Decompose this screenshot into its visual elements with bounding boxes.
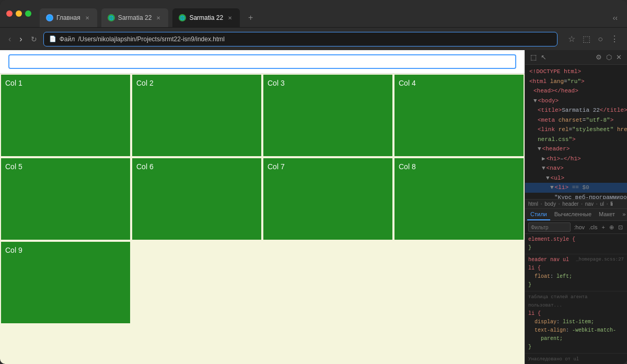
devtools-cursor-icon[interactable]: ↖: [540, 52, 548, 62]
cell-label: Col 4: [399, 79, 416, 87]
toggle-style-btn[interactable]: ⊕: [608, 223, 615, 232]
code-line-active[interactable]: ▼<li> == $0: [525, 183, 627, 193]
style-value: list-item;: [563, 319, 594, 325]
code-line[interactable]: ▶<h1>–</h1>: [525, 154, 627, 164]
titlebar: 🌐 Главная ✕ 🌐 Sarmatia 22 ✕ 🌐 Sarmatia 2…: [0, 0, 627, 27]
grid-cell-col7: Col 7: [262, 157, 393, 241]
url-bar[interactable]: 📄 Файл /Users/nikolajlapshin/Projects/sr…: [43, 32, 558, 46]
code-line[interactable]: <html lang="ru">: [525, 77, 627, 87]
extensions-icon[interactable]: ⬚: [580, 32, 593, 46]
back-button[interactable]: ‹: [6, 32, 13, 46]
pseudo-cls-btn[interactable]: .cls: [588, 223, 599, 231]
style-source: _homepage.scss:27: [576, 256, 624, 263]
cell-label: Col 8: [399, 162, 416, 171]
breadcrumb-ul[interactable]: ul: [600, 201, 604, 207]
tab-sarmatia2[interactable]: 🌐 Sarmatia 22 ✕: [172, 8, 240, 27]
tab-close-button[interactable]: ✕: [84, 14, 91, 21]
cell-label: Col 3: [268, 79, 285, 87]
breadcrumb-header[interactable]: header: [562, 201, 578, 207]
tab-layout[interactable]: Макет: [596, 209, 618, 220]
add-style-btn[interactable]: +: [601, 223, 606, 231]
cell-label: Col 1: [5, 79, 22, 87]
bookmark-icon[interactable]: ☆: [566, 32, 577, 46]
grid-cell-col6: Col 6: [131, 157, 262, 241]
devtools-close-icon[interactable]: ✕: [615, 52, 623, 62]
style-selector: li {: [528, 311, 541, 316]
tab-label: Sarmatia 22: [118, 14, 152, 21]
breadcrumb-html[interactable]: html: [528, 201, 538, 207]
tab-favicon: 🌐: [108, 14, 115, 21]
close-button[interactable]: [6, 10, 13, 17]
code-line[interactable]: <title>Sarmatia 22</title>: [525, 105, 627, 115]
code-line[interactable]: ▼<body>: [525, 96, 627, 106]
breadcrumb-body[interactable]: body: [544, 201, 556, 207]
grid-container: Col 1 Col 2 Col 3 Col 4 Col 5 Col 6 Col …: [0, 74, 525, 324]
devtools-html-tree: <!DOCTYPE html> <html lang="ru"> <head><…: [525, 65, 627, 199]
style-rule-agent: таблица стилей агента пользоват... li { …: [525, 291, 627, 354]
tab-sarmatia1[interactable]: 🌐 Sarmatia 22 ✕: [101, 8, 169, 27]
browser-window: 🌐 Главная ✕ 🌐 Sarmatia 22 ✕ 🌐 Sarmatia 2…: [0, 0, 627, 364]
tab-more[interactable]: »: [619, 209, 627, 220]
style-rule-element: element.style { }: [525, 234, 627, 254]
reload-button[interactable]: ↻: [29, 33, 39, 45]
devtools-dock-icon[interactable]: ⬡: [605, 52, 613, 62]
code-line: neral.css">: [525, 135, 627, 145]
url-prefix: Файл: [60, 36, 75, 43]
tab-favicon: 🌐: [46, 14, 53, 21]
code-line[interactable]: ▼<ul>: [525, 173, 627, 183]
breadcrumb-nav[interactable]: nav: [585, 201, 594, 207]
search-input[interactable]: [8, 54, 516, 69]
inherited-label: Унаследовано от ul: [528, 357, 579, 362]
cell-label: Col 9: [5, 246, 22, 254]
style-rule-inherited: Унаследовано от ul header nav ul { _home…: [525, 354, 627, 364]
styles-filter-bar: :hov .cls + ⊕ ⊡: [525, 221, 627, 234]
code-line[interactable]: <meta charset="utf-8">: [525, 115, 627, 125]
devtools-settings-icon[interactable]: ⚙: [595, 52, 603, 62]
style-prop: display: [535, 319, 556, 325]
style-closing: }: [528, 282, 531, 288]
code-line[interactable]: ▼<header>: [525, 144, 627, 154]
tabs-chevron-icon[interactable]: ‹‹: [610, 11, 621, 24]
minimize-button[interactable]: [16, 10, 22, 17]
menu-icon[interactable]: ⋮: [608, 32, 621, 46]
grid-cell-empty1: [131, 241, 262, 324]
tab-glavnaya[interactable]: 🌐 Главная ✕: [40, 8, 97, 27]
style-selector: li {: [528, 265, 541, 271]
grid-cell-col5: Col 5: [0, 157, 131, 241]
maximize-button[interactable]: [25, 10, 31, 17]
style-prop: text-align: [535, 327, 566, 333]
cell-label: Col 5: [5, 162, 22, 171]
grid-cell-col2: Col 2: [131, 74, 262, 157]
code-line[interactable]: ▼<nav>: [525, 163, 627, 173]
search-bar-area: [0, 50, 525, 74]
toolbar-icons: ☆ ⬚ ○ ⋮: [566, 32, 621, 46]
pseudo-hover-btn[interactable]: :hov: [573, 223, 586, 231]
profile-icon[interactable]: ○: [596, 32, 605, 46]
styles-filter-input[interactable]: [528, 222, 571, 232]
code-line[interactable]: <head></head>: [525, 86, 627, 96]
style-selector: header nav ul: [528, 257, 569, 263]
code-line[interactable]: <link rel="stylesheet" href="g: [525, 125, 627, 135]
style-value: left;: [556, 274, 572, 279]
tab-close-button[interactable]: ✕: [155, 14, 162, 21]
new-tab-button[interactable]: +: [244, 11, 257, 25]
breadcrumb-li[interactable]: li: [610, 201, 612, 207]
element-breadcrumb: html · body · header · nav · ul · li: [525, 199, 627, 209]
tab-close-button[interactable]: ✕: [226, 14, 234, 21]
tab-favicon: 🌐: [179, 14, 186, 21]
style-selector: element.style {: [528, 237, 575, 242]
grid-cell-col3: Col 3: [262, 74, 393, 157]
style-options-btn[interactable]: ⊡: [617, 223, 624, 232]
cell-label: Col 7: [268, 162, 285, 171]
tab-styles[interactable]: Стили: [527, 209, 550, 220]
grid-cell-col8: Col 8: [393, 157, 525, 241]
tab-label: Sarmatia 22: [189, 14, 223, 21]
forward-button[interactable]: ›: [17, 32, 24, 46]
tab-computed[interactable]: Вычисленные: [551, 209, 595, 220]
main-content: Col 1 Col 2 Col 3 Col 4 Col 5 Col 6 Col …: [0, 50, 627, 364]
style-prop: float: [535, 274, 550, 279]
address-bar: ‹ › ↻ 📄 Файл /Users/nikolajlapshin/Proje…: [0, 27, 627, 50]
grid-cell-empty3: [393, 241, 525, 324]
devtools-toolbar: ⬚ ↖ ⚙ ⬡ ✕: [525, 50, 627, 65]
devtools-elements-icon[interactable]: ⬚: [529, 52, 538, 62]
